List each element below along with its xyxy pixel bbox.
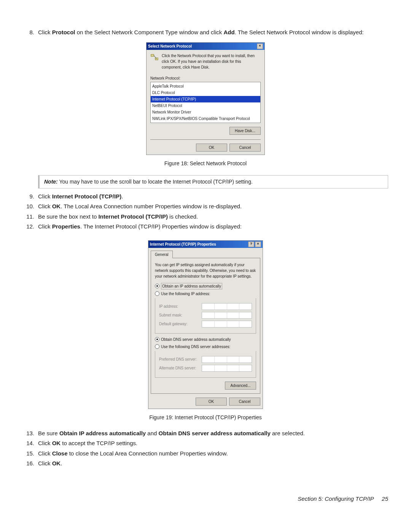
dialog-description: You can get IP settings assigned automat… [155,262,256,279]
step-text: Click Protocol on the Select Network Com… [38,28,388,37]
page-footer: Section 5: Configuring TCP/IP 25 [23,495,388,503]
default-gateway-field [202,321,252,328]
subnet-mask-label: Subnet mask: [159,312,182,318]
ok-button[interactable]: OK [196,398,227,406]
ip-address-label: IP address: [159,304,178,309]
radio-use-following-ip[interactable]: Use the following IP address: [155,291,256,297]
step-14: 14. Click OK to accept the TCP/IP settin… [23,439,388,448]
list-label: Network Protocol: [150,75,261,81]
radio-icon [155,284,159,288]
close-icon[interactable]: × [257,43,263,49]
ip-address-field [202,303,252,310]
radio-icon [155,344,159,349]
close-icon[interactable]: × [255,241,261,247]
section-title: Section 5: Configuring TCP/IP [298,495,374,502]
titlebar: Internet Protocol (TCP/IP) Properties ? … [148,241,263,248]
radio-obtain-dns-auto[interactable]: Obtain DNS server address automatically [155,337,256,342]
dialog-info-text: Click the Network Protocol that you want… [162,53,261,70]
tcpip-properties-dialog: Internet Protocol (TCP/IP) Properties ? … [148,240,263,409]
list-item[interactable]: NetBEUI Protocol [151,102,260,109]
select-network-protocol-dialog: Select Network Protocol × Click the Netw… [146,42,265,155]
note-text: You may have to use the scroll bar to lo… [58,179,253,185]
protocol-icon [150,53,159,61]
have-disk-button[interactable]: Have Disk... [229,127,261,135]
cancel-button[interactable]: Cancel [229,398,260,406]
svg-rect-0 [151,54,154,56]
radio-icon [155,337,159,342]
step-10: 10. Click OK. The Local Area Connection … [23,202,388,211]
figure-caption-18: Figure 18: Select Network Protocol [23,160,388,168]
radio-icon [155,291,159,296]
note-box: Note: You may have to use the scroll bar… [38,175,388,189]
step-9: 9. Click Internet Protocol (TCP/IP). [23,192,388,201]
dialog-title: Select Network Protocol [148,43,192,49]
step-12: 12. Click Properties. The Internet Proto… [23,222,388,231]
step-8: 8. Click Protocol on the Select Network … [23,28,388,37]
default-gateway-label: Default gateway: [159,321,188,327]
dialog-title: Internet Protocol (TCP/IP) Properties [150,241,216,247]
radio-use-following-dns[interactable]: Use the following DNS server addresses: [155,344,256,350]
step-15: 15. Click Close to close the Local Area … [23,449,388,458]
figure-caption-19: Figure 19: Internet Protocol (TCP/IP) Pr… [23,414,388,422]
list-item-selected[interactable]: Internet Protocol (TCP/IP) [151,96,260,102]
step-16: 16. Click OK. [23,459,388,468]
subnet-mask-field [202,312,252,319]
ok-button[interactable]: OK [196,144,227,152]
cancel-button[interactable]: Cancel [229,144,261,152]
preferred-dns-field [202,356,252,363]
list-item[interactable]: NWLink IPX/SPX/NetBIOS Compatible Transp… [151,115,260,122]
step-13: 13. Be sure Obtain IP address automatica… [23,429,388,438]
list-item[interactable]: AppleTalk Protocol [151,83,260,89]
advanced-button[interactable]: Advanced... [225,382,256,390]
alternate-dns-label: Alternate DNS server: [159,365,196,371]
preferred-dns-label: Preferred DNS server: [159,356,197,362]
list-item[interactable]: Network Monitor Driver [151,109,260,115]
tab-general[interactable]: General [151,251,173,258]
step-11: 11. Be sure the box next to Internet Pro… [23,212,388,221]
page-number: 25 [382,495,388,502]
list-item[interactable]: DLC Protocol [151,89,260,96]
radio-obtain-ip-auto[interactable]: Obtain an IP address automatically [155,283,256,289]
note-label: Note: [44,179,58,185]
help-icon[interactable]: ? [248,241,254,247]
alternate-dns-field [202,365,252,372]
protocol-listbox[interactable]: AppleTalk Protocol DLC Protocol Internet… [150,82,261,123]
step-number: 8. [23,28,38,37]
titlebar: Select Network Protocol × [147,43,264,50]
